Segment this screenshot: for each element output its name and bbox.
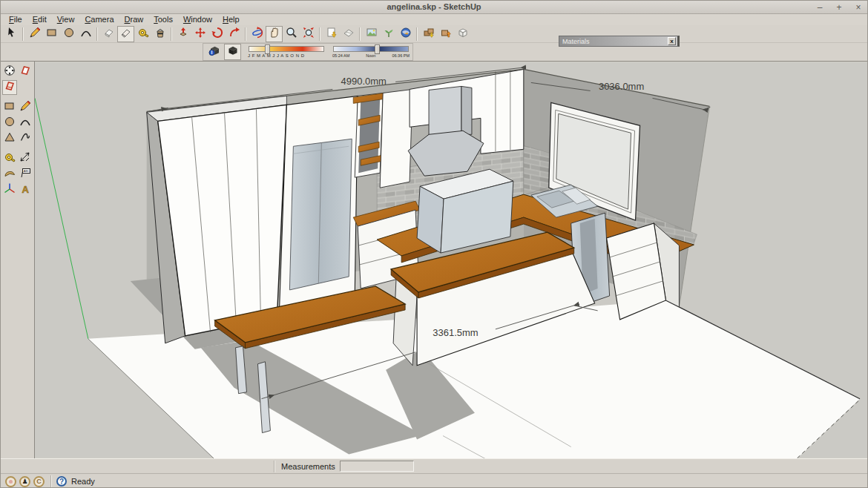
tape-measure-button[interactable] [134, 26, 151, 42]
google-earth-icon [400, 27, 412, 42]
palette-polygon-button[interactable] [2, 131, 17, 146]
paint-bucket-button[interactable] [151, 26, 168, 42]
photo-textures-icon [366, 27, 378, 42]
rectangle-icon [4, 100, 16, 115]
zoom-tool-button[interactable] [283, 26, 300, 42]
maximize-button[interactable]: + [835, 1, 844, 13]
eraser-tool-button[interactable] [117, 26, 134, 42]
credit-status-icon[interactable]: ♟ [19, 476, 30, 487]
dimension-label-depth: 3036.0mm [599, 81, 644, 92]
shadows-toolbar: i J F M A M J J A S O N D 05:24 AM Noon … [203, 43, 413, 61]
section-cut-button[interactable] [2, 80, 17, 95]
section-plane-button[interactable] [18, 65, 33, 79]
plant-button[interactable] [380, 26, 397, 42]
circle-tool-button[interactable] [60, 26, 77, 42]
rectangle-tool-button[interactable] [43, 26, 60, 42]
palette-circle-button[interactable] [2, 116, 17, 131]
left-tool-palette: ABC A [1, 62, 35, 458]
tape-measure-icon [4, 151, 16, 166]
pencil-icon [19, 100, 31, 115]
rotate-tool-button[interactable] [208, 26, 226, 42]
component-button[interactable] [454, 26, 471, 42]
select-tool-button[interactable] [3, 26, 20, 42]
materials-dialog[interactable]: Materials x [559, 36, 680, 47]
toggle-shadows-button[interactable] [224, 44, 241, 60]
window-controls: – + × [815, 1, 863, 13]
pencil-icon [29, 27, 41, 42]
palette-spacer [18, 80, 33, 95]
palette-3d-text-button[interactable]: A [18, 182, 33, 197]
line-tool-button[interactable] [26, 26, 43, 42]
time-end-label: 06:36 PM [392, 53, 410, 58]
tall-cabinet [380, 89, 412, 188]
freehand-icon [19, 131, 31, 146]
palette-text-button[interactable]: ABC [18, 167, 33, 182]
arc-icon [80, 27, 92, 42]
geolocation-status-icon[interactable] [5, 476, 16, 487]
menu-view[interactable]: View [52, 14, 80, 25]
palette-rectangle-button[interactable] [2, 100, 17, 115]
zoom-extents-button[interactable] [300, 26, 317, 42]
photo-textures-button[interactable] [363, 26, 380, 42]
window-title: angelina.skp - SketchUp [1, 2, 867, 11]
menu-help[interactable]: Help [217, 14, 245, 25]
measurements-bar: Measurements [1, 458, 867, 473]
move-tool-button[interactable] [191, 26, 208, 42]
circle-icon [4, 116, 16, 131]
shadow-date-slider[interactable]: J F M A M J J A S O N D [247, 44, 326, 60]
materials-dialog-title: Materials [559, 38, 668, 45]
help-icon[interactable]: ? [56, 476, 67, 487]
axes-icon [4, 182, 16, 197]
circle-icon [63, 27, 75, 42]
measurements-input[interactable] [340, 461, 414, 472]
sketchup-window: angelina.skp - SketchUp – + × File Edit … [0, 0, 868, 488]
polygon-icon [4, 131, 16, 146]
palette-line-button[interactable] [18, 100, 33, 115]
minimize-button[interactable]: – [815, 1, 824, 13]
preview-google-earth-button[interactable] [397, 26, 414, 42]
toggle-shadows-icon [226, 44, 240, 60]
menu-file[interactable]: File [4, 14, 27, 25]
menu-tools[interactable]: Tools [148, 14, 178, 25]
palette-axes-button[interactable] [2, 182, 17, 197]
palette-tape-measure-button[interactable] [2, 151, 17, 166]
make-component-button[interactable] [100, 26, 117, 42]
protractor-icon [4, 167, 16, 182]
pan-tool-button[interactable] [266, 26, 283, 42]
close-button[interactable]: × [854, 1, 863, 13]
materials-close-button[interactable]: x [668, 37, 676, 45]
add-location-button[interactable] [323, 26, 340, 42]
compass-icon [4, 65, 16, 79]
palette-dimension-button[interactable] [18, 151, 33, 166]
status-text: Ready [71, 477, 95, 486]
model-viewport[interactable]: 4990.0mm 3036.0mm 3361.5mm [35, 62, 867, 458]
time-slider-track[interactable] [333, 46, 409, 52]
share-model-button[interactable] [437, 26, 454, 42]
toggle-terrain-button[interactable] [340, 26, 357, 42]
menu-camera[interactable]: Camera [79, 14, 119, 25]
section-cut-icon [4, 80, 16, 95]
dimension-label-island: 3361.5mm [433, 327, 478, 338]
share-model-icon [440, 27, 452, 42]
look-around-compass-button[interactable] [2, 65, 17, 79]
sign-in-status-icon[interactable]: C [33, 476, 45, 487]
palette-freehand-button[interactable] [18, 131, 33, 146]
shadow-settings-button[interactable]: i [206, 44, 223, 60]
shadow-time-slider[interactable]: 05:24 AM Noon 06:36 PM [332, 44, 410, 60]
menu-window[interactable]: Window [178, 14, 217, 25]
zoom-extents-icon [303, 27, 315, 42]
time-start-label: 05:24 AM [332, 53, 349, 58]
title-bar[interactable]: angelina.skp - SketchUp – + × [1, 1, 867, 14]
orbit-tool-button[interactable] [249, 26, 266, 42]
palette-arc-button[interactable] [18, 116, 33, 131]
wardrobe [147, 96, 287, 343]
menu-edit[interactable]: Edit [27, 14, 52, 25]
push-pull-button[interactable] [174, 26, 191, 42]
get-models-button[interactable] [420, 26, 437, 42]
menu-draw[interactable]: Draw [119, 14, 149, 25]
get-models-icon [423, 27, 435, 42]
offset-tool-button[interactable] [226, 26, 243, 42]
palette-protractor-button[interactable] [2, 167, 17, 182]
arc-tool-button[interactable] [77, 26, 94, 42]
date-slider-track[interactable] [249, 46, 324, 52]
